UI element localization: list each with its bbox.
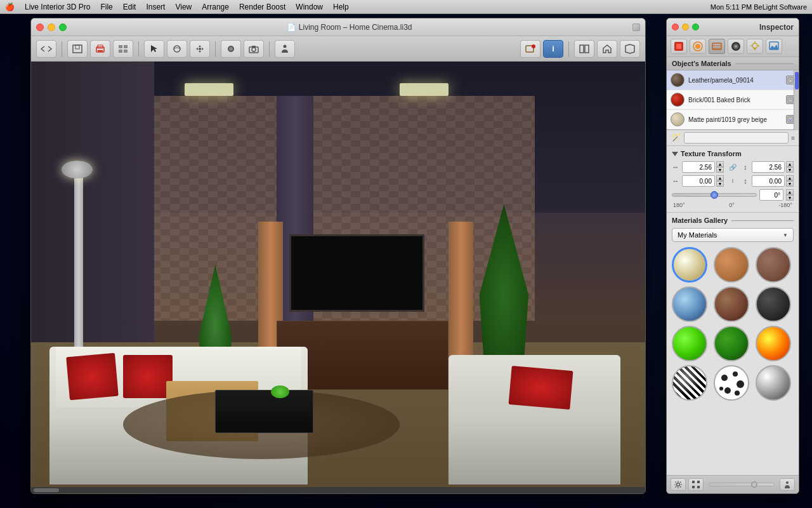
link-icon[interactable]: 🔗 bbox=[729, 164, 737, 171]
3d-button[interactable] bbox=[520, 40, 540, 58]
inspector-min-button[interactable] bbox=[682, 23, 689, 30]
apple-menu[interactable]: 🍎 bbox=[5, 3, 15, 11]
slider-labels: 180° 0° -180° bbox=[672, 202, 794, 208]
sep5 bbox=[568, 41, 569, 57]
menu-app[interactable]: Live Interior 3D Pro bbox=[25, 3, 90, 11]
gallery-item-zebra[interactable] bbox=[672, 365, 707, 401]
inspector-tab-color[interactable] bbox=[690, 39, 706, 54]
offset-x-down[interactable]: ▼ bbox=[716, 181, 724, 187]
scale-x-down[interactable]: ▼ bbox=[716, 167, 724, 173]
svg-rect-50 bbox=[692, 486, 695, 488]
inspector-tab-object[interactable] bbox=[671, 39, 687, 54]
inspector-tab-texture[interactable] bbox=[728, 39, 744, 54]
menu-arrange[interactable]: Arrange bbox=[202, 3, 229, 11]
menu-render[interactable]: Render Boost bbox=[239, 3, 285, 11]
texture-transform-header: Texture Transform bbox=[672, 150, 794, 157]
material-search-input[interactable] bbox=[684, 132, 789, 144]
scale-y-stepper: ▲ ▼ bbox=[786, 161, 794, 173]
inspector-tab-scene[interactable] bbox=[766, 39, 782, 54]
menu-insert[interactable]: Insert bbox=[146, 3, 165, 11]
scale-y-up[interactable]: ▲ bbox=[786, 161, 794, 167]
inspector-title: Inspector bbox=[703, 23, 794, 32]
inspector-tab-material[interactable] bbox=[709, 39, 725, 54]
gallery-item-water[interactable] bbox=[672, 286, 707, 322]
rotation-input[interactable]: 0° bbox=[759, 189, 783, 201]
material-item-leather[interactable]: Leather/pamela_09014 bbox=[667, 70, 799, 90]
scale-x-input[interactable]: 2.56 bbox=[682, 161, 715, 173]
scale-y-input[interactable]: 2.56 bbox=[752, 161, 785, 173]
move-button[interactable] bbox=[190, 40, 210, 58]
offset-y-up[interactable]: ▲ bbox=[786, 175, 794, 181]
gallery-item-fire[interactable] bbox=[756, 326, 791, 361]
person-button[interactable] bbox=[275, 40, 295, 58]
inspector-zoom-slider[interactable] bbox=[709, 483, 775, 486]
select-tool-button[interactable] bbox=[144, 40, 164, 58]
gallery-item-dalmatian[interactable] bbox=[714, 365, 749, 401]
menu-file[interactable]: File bbox=[100, 3, 112, 11]
gallery-item-wood-dark[interactable] bbox=[714, 286, 749, 322]
section-collapse-triangle[interactable] bbox=[672, 152, 678, 156]
materials-scrollbar-track[interactable] bbox=[794, 70, 799, 130]
orbit-button[interactable] bbox=[167, 40, 187, 58]
gallery-item-brick[interactable] bbox=[756, 247, 791, 283]
gallery-item-chrome[interactable] bbox=[756, 365, 791, 401]
menu-window[interactable]: Window bbox=[296, 3, 323, 11]
gallery-item-dark[interactable] bbox=[756, 286, 791, 322]
inspector-tab-light[interactable] bbox=[747, 39, 763, 54]
material-swatch-leather bbox=[671, 73, 684, 87]
resize-button[interactable] bbox=[632, 23, 640, 31]
back-forward-button[interactable] bbox=[36, 40, 56, 58]
gallery-dropdown[interactable]: My Materials ▼ bbox=[672, 228, 794, 242]
close-button[interactable] bbox=[36, 23, 44, 31]
material-swatch-paint bbox=[671, 112, 684, 126]
object-button[interactable] bbox=[221, 40, 241, 58]
gallery-item-green-bright[interactable] bbox=[672, 326, 707, 361]
material-item-paint[interactable]: Matte paint/1019 grey beige bbox=[667, 110, 799, 130]
perspective-button[interactable] bbox=[620, 40, 640, 58]
inspector-zoom-thumb bbox=[751, 481, 757, 488]
ceiling-light-1 bbox=[185, 83, 233, 96]
maximize-button[interactable] bbox=[59, 23, 67, 31]
dropdown-arrow-icon: ▼ bbox=[783, 232, 788, 238]
gallery-item-green-dark[interactable] bbox=[714, 326, 749, 361]
menu-help[interactable]: Help bbox=[333, 3, 349, 11]
floorplan-button[interactable] bbox=[67, 40, 88, 58]
objects-materials-header: Object's Materials bbox=[667, 57, 799, 70]
svg-rect-8 bbox=[124, 50, 128, 53]
viewport-hscrollbar[interactable] bbox=[31, 487, 645, 493]
rotation-slider-track[interactable] bbox=[672, 193, 757, 197]
menu-view[interactable]: View bbox=[175, 3, 192, 11]
rotation-up[interactable]: ▲ bbox=[786, 189, 794, 195]
slider-label-min: 180° bbox=[673, 202, 685, 208]
gallery-item-ivory[interactable] bbox=[672, 247, 707, 283]
gallery-item-wood-light[interactable] bbox=[714, 247, 749, 283]
info-button[interactable]: i bbox=[543, 40, 563, 58]
offset-x-up[interactable]: ▲ bbox=[716, 175, 724, 181]
svg-rect-6 bbox=[124, 45, 128, 48]
offset-x-input[interactable]: 0.00 bbox=[682, 175, 715, 187]
minimize-button[interactable] bbox=[48, 23, 55, 31]
menu-edit[interactable]: Edit bbox=[123, 3, 136, 11]
scale-y-down[interactable]: ▼ bbox=[786, 167, 794, 173]
rotation-down[interactable]: ▼ bbox=[786, 195, 794, 201]
wand-icon[interactable]: 🪄 bbox=[671, 133, 681, 143]
texture-transform-label: Texture Transform bbox=[681, 150, 742, 157]
svg-rect-38 bbox=[788, 97, 793, 102]
inspector-max-button[interactable] bbox=[692, 23, 699, 30]
inspector-grid-button[interactable] bbox=[688, 478, 704, 491]
house-button[interactable] bbox=[597, 40, 617, 58]
offset-y-input[interactable]: 0.00 bbox=[752, 175, 785, 187]
inspector-settings-button[interactable] bbox=[671, 478, 686, 491]
wand-menu-icon[interactable]: ≡ bbox=[791, 135, 795, 142]
camera-button[interactable] bbox=[244, 40, 264, 58]
inspector-person-button[interactable] bbox=[780, 478, 795, 491]
viewport[interactable] bbox=[31, 62, 645, 493]
layout-button[interactable] bbox=[574, 40, 594, 58]
material-item-brick[interactable]: Brick/001 Baked Brick bbox=[667, 90, 799, 110]
offset-y-down[interactable]: ▼ bbox=[786, 181, 794, 187]
traffic-lights bbox=[36, 23, 67, 31]
grid-button[interactable] bbox=[113, 40, 133, 58]
scale-x-up[interactable]: ▲ bbox=[716, 161, 724, 167]
inspector-close-button[interactable] bbox=[672, 23, 679, 30]
print-button[interactable] bbox=[90, 40, 110, 58]
